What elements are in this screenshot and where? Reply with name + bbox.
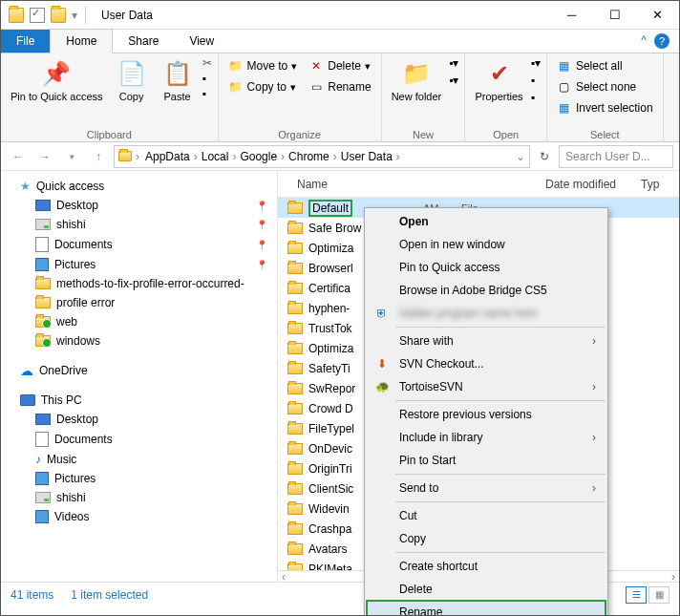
sidebar-item[interactable]: windows <box>1 331 277 350</box>
invert-selection-button[interactable]: ▦Invert selection <box>553 98 657 117</box>
sidebar-item[interactable]: ♪Music <box>1 450 277 469</box>
ctx-open-new-window[interactable]: Open in new window <box>367 233 606 256</box>
ctx-svn-checkout[interactable]: ⬇SVN Checkout... <box>367 352 606 375</box>
ctx-send-to[interactable]: Send to› <box>367 477 606 499</box>
status-selected-count: 1 item selected <box>71 588 148 602</box>
folder-icon <box>287 243 303 254</box>
new-item-icon[interactable]: ▪▾ <box>449 56 458 70</box>
help-icon[interactable]: ? <box>654 33 669 49</box>
column-type[interactable]: Typ <box>641 178 679 191</box>
up-button[interactable]: ↑ <box>87 145 110 168</box>
new-folder-button[interactable]: 📁New folder <box>388 56 446 105</box>
tab-view[interactable]: View <box>174 30 229 53</box>
properties-button[interactable]: ✔Properties <box>471 56 526 105</box>
sidebar-item[interactable]: Desktop <box>1 410 277 429</box>
sidebar-item-label: web <box>56 315 77 329</box>
separator <box>395 501 606 502</box>
recent-button[interactable]: ▾ <box>60 145 83 168</box>
copy-to-button[interactable]: 📁Copy to ▾ <box>224 77 302 96</box>
pin-quick-access-button[interactable]: 📌Pin to Quick access <box>7 56 107 105</box>
minimize-button[interactable]: ─ <box>550 1 593 30</box>
breadcrumb-local[interactable]: Local <box>200 150 231 163</box>
breadcrumb-chrome[interactable]: Chrome <box>287 150 331 163</box>
folder-icon <box>35 316 51 328</box>
column-name[interactable]: Name <box>278 178 545 191</box>
history-icon[interactable]: ▪ <box>531 91 541 104</box>
ctx-copy[interactable]: Copy <box>367 527 606 550</box>
expand-ribbon-icon[interactable]: ^ <box>641 33 647 49</box>
view-details-button[interactable]: ☰ <box>626 586 647 604</box>
copy-button[interactable]: 📄Copy <box>111 56 153 105</box>
move-to-button[interactable]: 📁Move to ▾ <box>224 56 302 75</box>
folder-icon <box>35 258 49 271</box>
folder-icon <box>35 492 51 503</box>
ctx-delete[interactable]: Delete <box>367 578 606 601</box>
sidebar-item[interactable]: Desktop📍 <box>1 196 277 215</box>
tab-file[interactable]: File <box>1 30 50 53</box>
ctx-share-with[interactable]: Share with› <box>367 329 606 352</box>
breadcrumbs[interactable]: › AppData›Local›Google›Chrome›User Data›… <box>114 145 530 168</box>
copy-path-icon[interactable]: ▪ <box>202 72 212 85</box>
refresh-button[interactable]: ↻ <box>534 150 555 163</box>
qat-check-icon[interactable] <box>30 8 45 23</box>
ctx-open[interactable]: Open <box>367 210 606 233</box>
select-all-button[interactable]: ▦Select all <box>553 56 657 75</box>
paste-shortcut-icon[interactable]: ▪ <box>202 87 212 100</box>
copy-icon: 📄 <box>117 58 147 89</box>
folder-icon <box>287 343 303 354</box>
edit-icon[interactable]: ▪ <box>531 74 541 87</box>
ctx-browse-bridge[interactable]: Browse in Adobe Bridge CS5 <box>367 279 606 302</box>
view-icons-button[interactable]: ▦ <box>648 586 669 604</box>
ctx-rename[interactable]: Rename <box>367 601 606 616</box>
separator <box>395 474 606 475</box>
sidebar-item[interactable]: profile error <box>1 293 277 312</box>
sidebar-this-pc[interactable]: This PC <box>1 391 277 410</box>
qat-dropdown-icon[interactable]: ▾ <box>72 9 77 22</box>
select-none-button[interactable]: ▢Select none <box>553 77 657 96</box>
breadcrumb-appdata[interactable]: AppData <box>143 150 192 163</box>
ctx-include-library[interactable]: Include in library› <box>367 426 606 449</box>
rename-button[interactable]: ▭Rename <box>305 77 374 96</box>
back-button[interactable]: ← <box>7 145 30 168</box>
sidebar-onedrive[interactable]: ☁OneDrive <box>1 360 277 381</box>
breadcrumb-google[interactable]: Google <box>238 150 279 163</box>
forward-button[interactable]: → <box>33 145 56 168</box>
shield-icon: ⛨ <box>374 306 390 321</box>
sidebar-item[interactable]: shishi📍 <box>1 215 277 234</box>
qat-folder-icon[interactable] <box>51 8 66 23</box>
ctx-tortoise-svn[interactable]: 🐢TortoiseSVN› <box>367 375 606 398</box>
ctx-create-shortcut[interactable]: Create shortcut <box>367 555 606 578</box>
open-icon[interactable]: ▪▾ <box>531 56 541 70</box>
close-button[interactable]: ✕ <box>636 1 679 30</box>
folder-icon <box>287 323 303 334</box>
ctx-pin-quick-access[interactable]: Pin to Quick access <box>367 256 606 279</box>
column-date[interactable]: Date modified <box>545 178 641 191</box>
search-input[interactable]: Search User D... <box>559 145 673 168</box>
tab-home[interactable]: Home <box>50 29 113 53</box>
ctx-blurred-item[interactable]: ⛨hidden program name here <box>367 302 606 325</box>
breadcrumb-user data[interactable]: User Data <box>339 150 394 163</box>
sidebar-quick-access[interactable]: ★Quick access <box>1 177 277 196</box>
sidebar-item[interactable]: Pictures📍 <box>1 255 277 274</box>
ctx-restore[interactable]: Restore previous versions <box>367 403 606 426</box>
sidebar-item[interactable]: methods-to-fix-profile-error-occurred- <box>1 274 277 293</box>
tab-share[interactable]: Share <box>113 30 174 53</box>
paste-button[interactable]: 📋Paste <box>157 56 199 105</box>
sidebar-item[interactable]: Documents📍 <box>1 234 277 255</box>
easy-access-icon[interactable]: ▪▾ <box>449 74 458 87</box>
folder-icon <box>287 283 303 294</box>
sidebar-item[interactable]: web <box>1 312 277 331</box>
sidebar-item[interactable]: Documents <box>1 429 277 450</box>
ctx-pin-start[interactable]: Pin to Start <box>367 449 606 472</box>
cut-icon[interactable]: ✂ <box>202 56 212 70</box>
ctx-cut[interactable]: Cut <box>367 504 606 527</box>
sidebar-item[interactable]: Pictures <box>1 469 277 488</box>
chevron-right-icon: › <box>192 150 200 163</box>
breadcrumb-dropdown-icon[interactable]: ⌄ <box>516 150 525 163</box>
pin-icon: 📌 <box>41 58 72 89</box>
delete-button[interactable]: ✕Delete ▾ <box>305 56 374 75</box>
sidebar-item-label: Documents <box>54 238 113 251</box>
sidebar-item[interactable]: Videos <box>1 507 277 526</box>
maximize-button[interactable]: ☐ <box>593 1 636 30</box>
sidebar-item[interactable]: shishi <box>1 488 277 507</box>
